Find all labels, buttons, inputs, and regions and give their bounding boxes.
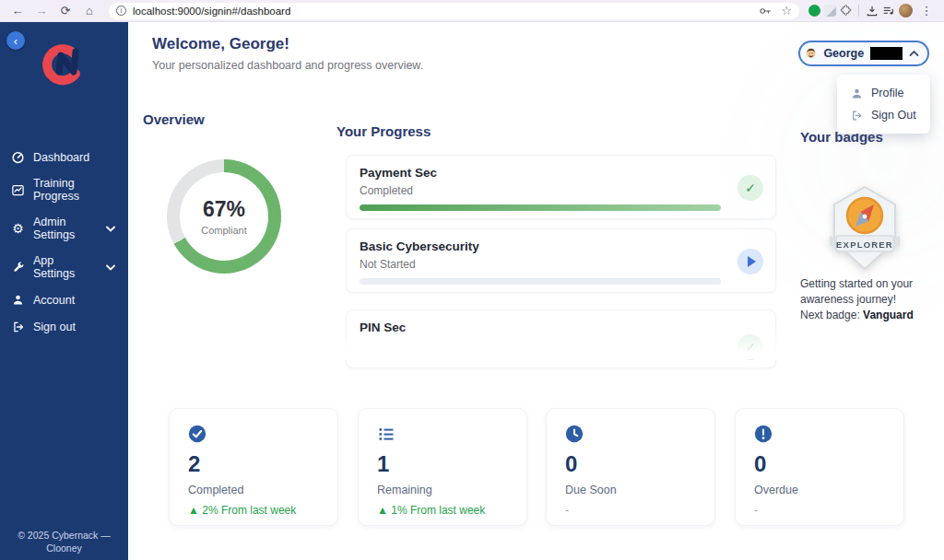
user-menu-button[interactable]: George [798, 41, 929, 66]
extensions-puzzle-icon[interactable] [840, 5, 852, 17]
chart-line-icon [11, 183, 25, 197]
forward-icon[interactable]: → [31, 3, 52, 19]
donut-percent: 67% [203, 197, 245, 222]
stat-card-remaining: 1 Remaining ▲ 1% From last week [358, 408, 527, 526]
stat-value: 1 [377, 453, 508, 475]
sidebar-item-label: Dashboard [33, 151, 89, 164]
stat-card-overdue: 0 Overdue - [735, 408, 904, 526]
sidebar-item-admin-settings[interactable]: ⚙ Admin Settings [0, 209, 128, 248]
extension-photos-icon[interactable] [824, 5, 836, 17]
sidebar-item-sign-out[interactable]: Sign out [0, 313, 128, 340]
check-circle-icon [188, 425, 206, 443]
address-bar[interactable]: i localhost:9000/signin#/dashboard ☆ [109, 3, 799, 19]
person-icon [11, 293, 25, 307]
reload-icon[interactable]: ⟳ [55, 3, 76, 19]
donut-caption: Compliant [201, 225, 247, 236]
cybernack-logo [39, 41, 92, 88]
sign-out-icon [11, 320, 25, 333]
sidebar-item-app-settings[interactable]: App Settings [0, 248, 128, 286]
sidebar-item-label: Account [33, 294, 75, 307]
sidebar-item-label: Training Progress [33, 177, 115, 203]
user-name: George [823, 47, 864, 60]
course-status: Completed [360, 184, 762, 197]
stat-label: Completed [188, 484, 319, 496]
badge-label: EXPLORER [836, 239, 893, 250]
progress-bar [360, 278, 721, 285]
password-key-icon[interactable] [759, 6, 772, 17]
app-window: ‹ Dashboard Training Progress ⚙ Admin Se… [0, 22, 944, 560]
sidebar-collapse-button[interactable]: ‹ [6, 31, 25, 50]
menu-item-sign-out[interactable]: Sign Out [837, 104, 930, 126]
list-icon [377, 425, 395, 443]
sidebar-footer: © 2025 Cybernack — Clooney [0, 529, 128, 554]
menu-item-label: Sign Out [871, 109, 916, 122]
next-badge-name: Vanguard [863, 309, 914, 321]
stat-label: Due Soon [565, 484, 696, 496]
sidebar-item-label: Admin Settings [33, 216, 98, 241]
stat-delta: ▲ 1% From last week [377, 504, 508, 517]
completed-check-icon[interactable]: ✓ [738, 175, 763, 201]
browser-menu-icon[interactable]: ⋮ [916, 3, 937, 19]
compliance-donut-chart: 67% Compliant [167, 159, 281, 274]
chevron-up-icon [909, 49, 919, 59]
chevron-down-icon [106, 264, 115, 271]
start-play-icon[interactable] [738, 249, 763, 274]
course-title: Basic Cybersecurity [360, 239, 762, 253]
bookmark-star-icon[interactable]: ☆ [781, 4, 792, 18]
clock-icon [565, 425, 584, 443]
user-dropdown-menu: Profile Sign Out [837, 75, 930, 134]
toolbar-divider [858, 5, 859, 17]
explorer-badge: EXPLORER [826, 184, 903, 273]
media-list-icon[interactable] [882, 5, 895, 18]
progress-scroll-fade [336, 330, 788, 359]
redacted-surname [870, 47, 903, 60]
sidebar-item-account[interactable]: Account [0, 286, 128, 313]
stat-label: Remaining [377, 484, 508, 496]
site-info-icon[interactable]: i [116, 6, 126, 16]
stat-card-due-soon: 0 Due Soon - [546, 408, 715, 526]
footer-line2: Clooney [0, 542, 128, 554]
home-icon[interactable]: ⌂ [79, 3, 100, 19]
course-title: Payment Sec [360, 166, 762, 180]
downloads-icon[interactable] [866, 5, 879, 18]
browser-profile-avatar[interactable] [899, 4, 913, 18]
stat-value: 0 [754, 453, 885, 475]
progress-bar [360, 204, 721, 211]
main-content: Welcome, George! Your personalized dashb… [128, 22, 944, 560]
speedometer-icon [11, 150, 25, 164]
menu-item-label: Profile [871, 87, 903, 99]
stat-card-completed: 2 Completed ▲ 2% From last week [169, 408, 338, 526]
alert-icon [754, 425, 773, 443]
menu-item-profile[interactable]: Profile [837, 82, 930, 104]
sidebar: ‹ Dashboard Training Progress ⚙ Admin Se… [0, 22, 128, 560]
progress-heading: Your Progress [336, 123, 431, 139]
browser-toolbar: ← → ⟳ ⌂ i localhost:9000/signin#/dashboa… [0, 0, 944, 22]
chevron-down-icon [106, 226, 115, 232]
url-text[interactable]: localhost:9000/signin#/dashboard [133, 6, 759, 17]
gears-icon: ⚙ [11, 222, 25, 236]
badge-message: Getting started on your awareness journe… [800, 277, 913, 306]
next-badge-prefix: Next badge: [800, 309, 863, 321]
extension-grammarly-icon[interactable] [808, 5, 820, 17]
page-title: Welcome, George! [152, 35, 289, 53]
overview-heading: Overview [143, 111, 205, 127]
person-icon [850, 87, 863, 99]
sidebar-item-label: Sign out [33, 321, 76, 333]
progress-row-payment-sec[interactable]: Payment Sec Completed ✓ [346, 155, 776, 219]
stat-delta: ▲ 2% From last week [188, 504, 319, 517]
progress-row-basic-cybersecurity[interactable]: Basic Cybersecurity Not Started [346, 228, 776, 293]
user-avatar [805, 44, 817, 63]
stat-delta: - [754, 504, 885, 517]
wrench-icon [11, 261, 25, 274]
badge-description: Getting started on your awareness journe… [800, 276, 940, 323]
course-status: Not Started [360, 258, 762, 271]
footer-line1: © 2025 Cybernack — [0, 529, 128, 542]
stat-value: 0 [565, 453, 696, 475]
stat-label: Overdue [754, 484, 885, 496]
sidebar-item-label: App Settings [33, 254, 98, 280]
sidebar-item-dashboard[interactable]: Dashboard [0, 144, 128, 170]
sidebar-nav: Dashboard Training Progress ⚙ Admin Sett… [0, 144, 128, 340]
back-icon[interactable]: ← [7, 3, 28, 19]
page-subtitle: Your personalized dashboard and progress… [152, 59, 423, 72]
sidebar-item-training-progress[interactable]: Training Progress [0, 170, 128, 209]
